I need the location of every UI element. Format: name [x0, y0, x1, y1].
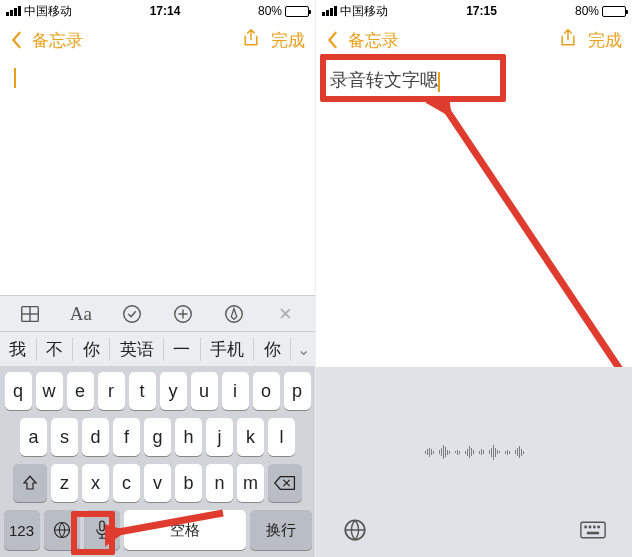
- key-m[interactable]: m: [237, 464, 264, 502]
- svg-point-3: [124, 305, 141, 322]
- key-y[interactable]: y: [160, 372, 187, 410]
- signal-icon: [322, 6, 337, 16]
- draw-icon[interactable]: [216, 300, 252, 328]
- shift-key[interactable]: [13, 464, 47, 502]
- back-button[interactable]: 备忘录: [326, 29, 399, 52]
- key-t[interactable]: t: [129, 372, 156, 410]
- battery-icon: [285, 6, 309, 17]
- chevron-left-icon: [326, 31, 338, 49]
- back-label: 备忘录: [348, 29, 399, 52]
- svg-rect-17: [589, 526, 592, 529]
- key-q[interactable]: q: [5, 372, 32, 410]
- key-c[interactable]: c: [113, 464, 140, 502]
- delete-key[interactable]: [268, 464, 302, 502]
- key-x[interactable]: x: [82, 464, 109, 502]
- keyboard-button[interactable]: [580, 517, 606, 547]
- chevron-left-icon: [10, 31, 22, 49]
- status-bar: 中国移动 17:14 80%: [0, 0, 315, 22]
- prediction-item[interactable]: 我: [0, 338, 37, 361]
- close-keyboard-icon[interactable]: ×: [267, 300, 303, 328]
- clock: 17:15: [466, 4, 497, 18]
- signal-icon: [6, 6, 21, 16]
- key-a[interactable]: a: [20, 418, 47, 456]
- key-w[interactable]: w: [36, 372, 63, 410]
- back-button[interactable]: 备忘录: [10, 29, 83, 52]
- svg-rect-18: [593, 526, 596, 529]
- key-v[interactable]: v: [144, 464, 171, 502]
- key-f[interactable]: f: [113, 418, 140, 456]
- key-l[interactable]: l: [268, 418, 295, 456]
- svg-rect-19: [597, 526, 600, 529]
- chevron-down-icon[interactable]: ⌄: [291, 340, 315, 359]
- prediction-item[interactable]: 你: [73, 338, 110, 361]
- key-n[interactable]: n: [206, 464, 233, 502]
- voice-input-panel: [316, 367, 632, 557]
- battery-percent: 80%: [258, 4, 282, 18]
- phone-right: 中国移动 17:15 80% 备忘录 完成 录音转文: [316, 0, 632, 557]
- keyboard-toolbar: Aa ×: [0, 295, 315, 331]
- space-key[interactable]: 空格: [124, 510, 246, 550]
- carrier-label: 中国移动: [24, 3, 72, 20]
- annotation-highlight: [71, 511, 115, 555]
- key-i[interactable]: i: [222, 372, 249, 410]
- carrier-label: 中国移动: [340, 3, 388, 20]
- key-g[interactable]: g: [144, 418, 171, 456]
- key-e[interactable]: e: [67, 372, 94, 410]
- plus-icon[interactable]: [165, 300, 201, 328]
- nav-bar: 备忘录 完成: [316, 22, 632, 58]
- prediction-item[interactable]: 手机: [201, 338, 255, 361]
- key-d[interactable]: d: [82, 418, 109, 456]
- prediction-bar: 我 不 你 英语 一 手机 你 ⌄: [0, 332, 315, 366]
- key-r[interactable]: r: [98, 372, 125, 410]
- return-key[interactable]: 换行: [250, 510, 312, 550]
- share-button[interactable]: [558, 27, 578, 54]
- key-j[interactable]: j: [206, 418, 233, 456]
- note-content-area[interactable]: [0, 58, 315, 308]
- numeric-key[interactable]: 123: [4, 510, 40, 550]
- key-b[interactable]: b: [175, 464, 202, 502]
- prediction-item[interactable]: 一: [164, 338, 201, 361]
- prediction-item[interactable]: 英语: [110, 338, 164, 361]
- key-o[interactable]: o: [253, 372, 280, 410]
- key-k[interactable]: k: [237, 418, 264, 456]
- share-button[interactable]: [241, 27, 261, 54]
- key-u[interactable]: u: [191, 372, 218, 410]
- table-icon[interactable]: [12, 300, 48, 328]
- prediction-item[interactable]: 你: [254, 338, 291, 361]
- key-s[interactable]: s: [51, 418, 78, 456]
- format-button[interactable]: Aa: [63, 300, 99, 328]
- annotation-highlight: [320, 54, 506, 102]
- clock: 17:14: [150, 4, 181, 18]
- done-button[interactable]: 完成: [271, 29, 305, 52]
- back-label: 备忘录: [32, 29, 83, 52]
- prediction-item[interactable]: 不: [37, 338, 74, 361]
- nav-bar: 备忘录 完成: [0, 22, 315, 58]
- key-z[interactable]: z: [51, 464, 78, 502]
- checklist-icon[interactable]: [114, 300, 150, 328]
- svg-rect-16: [584, 526, 587, 529]
- done-button[interactable]: 完成: [588, 29, 622, 52]
- svg-rect-15: [581, 522, 605, 538]
- waveform: [316, 437, 632, 467]
- key-p[interactable]: p: [284, 372, 311, 410]
- keyboard: qwertyuiop asdfghjkl zxcvbnm 123 空格 换行: [0, 366, 315, 557]
- status-bar: 中国移动 17:15 80%: [316, 0, 632, 22]
- battery-icon: [602, 6, 626, 17]
- text-cursor: [14, 68, 16, 88]
- svg-rect-20: [587, 532, 599, 535]
- globe-button[interactable]: [342, 517, 368, 547]
- key-h[interactable]: h: [175, 418, 202, 456]
- phone-left: 中国移动 17:14 80% 备忘录 完成: [0, 0, 316, 557]
- battery-percent: 80%: [575, 4, 599, 18]
